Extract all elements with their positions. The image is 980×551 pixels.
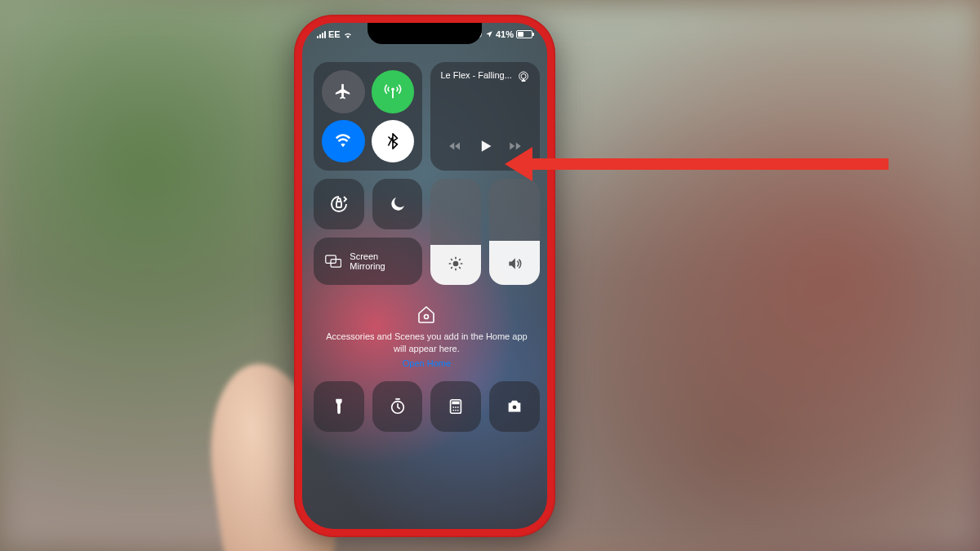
- connectivity-tile: [314, 62, 422, 171]
- volume-icon: [506, 256, 523, 275]
- svg-point-9: [338, 407, 340, 408]
- calculator-icon: [447, 398, 465, 415]
- bluetooth-icon: [384, 132, 402, 150]
- orientation-lock-icon: [329, 194, 349, 214]
- svg-rect-4: [336, 202, 341, 207]
- orientation-lock-button[interactable]: [314, 179, 364, 229]
- iphone-device: EE 41%: [294, 15, 555, 537]
- screen-mirroring-button[interactable]: Screen Mirroring: [314, 238, 422, 285]
- home-section: Accessories and Scenes you add in the Ho…: [314, 293, 540, 373]
- moon-icon: [388, 194, 408, 214]
- brightness-slider[interactable]: [430, 179, 481, 285]
- svg-point-19: [512, 404, 517, 409]
- svg-point-8: [425, 315, 429, 319]
- open-home-link[interactable]: Open Home: [320, 358, 533, 368]
- cellular-data-button[interactable]: [372, 70, 415, 113]
- flashlight-icon: [330, 398, 348, 415]
- battery-icon: [516, 30, 532, 38]
- screen-mirroring-label: Screen Mirroring: [350, 251, 411, 271]
- cellular-signal-icon: [317, 31, 326, 38]
- svg-rect-12: [452, 401, 460, 404]
- svg-point-15: [457, 407, 459, 408]
- flashlight-button[interactable]: [314, 381, 364, 432]
- airplane-mode-button[interactable]: [322, 70, 365, 113]
- do-not-disturb-button[interactable]: [372, 179, 423, 229]
- carrier-label: EE: [328, 29, 341, 39]
- svg-point-14: [455, 407, 457, 408]
- svg-point-18: [457, 409, 459, 411]
- annotation-arrow: [505, 147, 889, 180]
- location-icon: [485, 30, 493, 38]
- home-icon: [416, 304, 436, 326]
- now-playing-title: Le Flex - Falling...: [440, 70, 511, 82]
- home-message: Accessories and Scenes you add in the Ho…: [320, 331, 533, 355]
- svg-point-1: [391, 88, 394, 91]
- svg-point-3: [521, 73, 526, 78]
- wifi-icon: [343, 31, 353, 38]
- previous-track-button[interactable]: [448, 139, 462, 157]
- control-center: Le Flex - Falling...: [302, 62, 547, 429]
- svg-point-5: [453, 261, 459, 267]
- calculator-button[interactable]: [430, 381, 481, 432]
- svg-point-16: [453, 409, 455, 411]
- svg-point-13: [453, 407, 455, 408]
- camera-icon: [506, 398, 523, 415]
- airplane-icon: [334, 82, 352, 100]
- svg-point-17: [455, 409, 457, 411]
- timer-button[interactable]: [372, 381, 423, 432]
- airplay-audio-icon[interactable]: [517, 70, 530, 83]
- brightness-icon: [448, 256, 464, 275]
- screen-mirroring-icon: [325, 254, 341, 269]
- screen: EE 41%: [302, 23, 547, 529]
- play-button[interactable]: [477, 138, 493, 158]
- wifi-button[interactable]: [322, 120, 365, 163]
- notch: [368, 23, 482, 44]
- cellular-antenna-icon: [384, 82, 402, 100]
- volume-slider[interactable]: [489, 179, 540, 285]
- timer-icon: [389, 398, 407, 415]
- camera-button[interactable]: [489, 381, 540, 432]
- wifi-icon: [334, 132, 352, 150]
- battery-percent: 41%: [496, 29, 514, 39]
- bluetooth-button[interactable]: [372, 120, 415, 163]
